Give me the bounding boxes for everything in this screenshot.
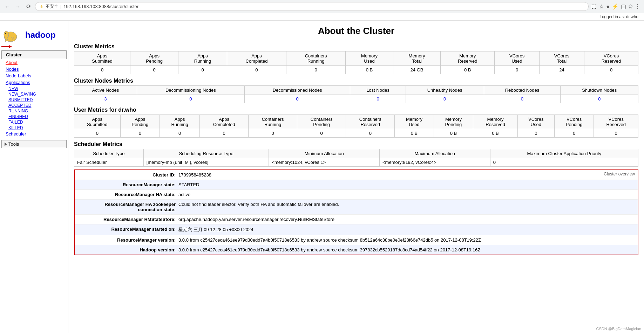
sidebar-item-new[interactable]: NEW [3,86,68,91]
sidebar-item-submitted[interactable]: SUBMITTED [3,97,68,103]
forward-button[interactable]: → [14,3,22,11]
hadoop-text: hadoop [25,30,56,40]
cluster-label: Cluster [6,52,22,57]
reload-button[interactable]: ⟳ [25,3,32,11]
scheduler-metrics-title: Scheduler Metrics [74,141,638,147]
sched-resource-type-val: [memory-mb (unit=Mi), vcores] [143,158,269,167]
vcores-reserved-val: 0 [584,66,638,74]
app-states-list: NEW NEW_SAVING SUBMITTED ACCEPTED RUNNIN… [0,86,68,131]
user-metrics-title: User Metrics for dr.who [74,107,638,113]
decommissioned-nodes-val: 0 [244,95,350,103]
sidebar-item-running[interactable]: RUNNING [3,108,68,114]
scheduler-metrics-table: Scheduler Type Scheduling Resource Type … [74,149,638,167]
um-memory-reserved: 0 B [473,129,517,138]
sidebar-item-applications[interactable]: Applications [0,79,68,86]
um-apps-submitted: 0 [74,129,121,138]
bookmark-icon[interactable]: ☆ [599,3,604,10]
col-vcores-reserved: VCoresReserved [584,51,638,66]
sched-max-alloc-val: <memory:8192, vCores:4> [380,158,490,167]
separator: | [60,4,61,9]
security-warning-icon: ⚠ [40,4,43,9]
um-apps-pending: 0 [120,129,160,138]
um-containers-running: 0 [249,129,297,138]
col-apps-completed: AppsCompleted [227,51,286,66]
overview-row-rm-version: ResourceManager version: 3.0.0 from c254… [75,235,638,245]
favorites-icon[interactable]: ✩ [628,3,633,10]
apps-completed-val: 0 [227,66,286,74]
col-apps-pending: AppsPending [130,51,178,66]
security-warning-text: 不安全 [46,4,58,9]
collections-icon[interactable]: ▢ [621,3,626,10]
um-col-vcores-used: VCoresUsed [517,115,554,129]
rm-state-store-value: org.apache.hadoop.yarn.server.resourcema… [178,217,632,222]
sched-col-max-priority: Maximum Cluster Application Priority [490,149,638,158]
col-apps-running: AppsRunning [178,51,227,66]
rm-version-value: 3.0.0 from c25427ceca461ee979d30edd7a4b0… [178,237,632,243]
rm-ha-zk-label: ResourceManager HA zookeeper connection … [80,202,178,212]
sidebar-item-scheduler[interactable]: Scheduler [0,131,68,137]
um-col-containers-reserved: ContainersReserved [346,115,395,129]
rm-started-value: 星期六 三月 09 12:28:05 +0800 2024 [178,227,632,233]
col-memory-reserved: MemoryReserved [441,51,495,66]
col-decommissioning-nodes: Decommissioning Nodes [137,86,244,95]
col-rebooted-nodes: Rebooted Nodes [484,86,561,95]
sched-max-priority-val: 0 [490,158,638,167]
tools-label: Tools [8,141,19,147]
sched-min-alloc-val: <memory:1024, vCores:1> [269,158,380,167]
vcores-total-val: 24 [540,66,584,74]
sidebar-tools[interactable]: Tools [1,140,67,148]
memory-used-val: 0 B [346,66,393,74]
cluster-metrics-row: 0 0 0 0 0 0 B 24 GB 0 B 0 24 0 [74,66,638,74]
cluster-metrics-table: AppsSubmitted AppsPending AppsRunning Ap… [74,51,638,74]
user-metrics-row: 0 0 0 0 0 0 0 0 B 0 B 0 B 0 0 0 [74,129,638,138]
red-arrow [1,44,67,49]
address-bar[interactable]: ⚠ 不安全 | 192.168.198.103:8088/cluster/clu… [35,2,589,11]
extension-icon[interactable]: ⚡ [612,3,619,10]
um-col-vcores-pending: VCoresPending [554,115,594,129]
triangle-icon [5,143,7,146]
um-col-containers-pending: ContainersPending [297,115,346,129]
decommissioning-nodes-val: 0 [137,95,244,103]
overview-row-cluster-id: Cluster ID: 1709958485238 [75,170,638,180]
svg-point-1 [4,31,9,38]
um-apps-completed: 0 [200,129,249,138]
rm-state-store-label: ResourceManager RMStateStore: [80,217,178,222]
sidebar-item-new-saving[interactable]: NEW_SAVING [3,91,68,97]
rm-started-label: ResourceManager started on: [80,227,178,233]
overview-row-rm-state: ResourceManager state: STARTED [75,180,638,190]
svg-marker-4 [9,45,12,48]
um-col-memory-used: MemoryUsed [395,115,434,129]
sidebar-item-failed[interactable]: FAILED [3,119,68,125]
rm-ha-state-label: ResourceManager HA state: [80,192,178,197]
sidebar-item-finished[interactable]: FINISHED [3,114,68,119]
col-apps-submitted: AppsSubmitted [74,51,130,66]
page-title: About the Cluster [74,21,638,40]
sidebar-item-accepted[interactable]: ACCEPTED [3,103,68,108]
browser-icons: 🕮 ☆ ● ⚡ ▢ ✩ ⋮ [591,3,640,10]
um-memory-pending: 0 B [434,129,473,138]
sidebar-item-nodelabels[interactable]: Node Labels [0,72,68,79]
cluster-overview-box: Cluster overview Cluster ID: 17099584852… [74,169,638,255]
rebooted-nodes-val: 0 [484,95,561,103]
col-vcores-used: VCoresUsed [495,51,540,66]
um-containers-reserved: 0 [346,129,395,138]
cluster-metrics-title: Cluster Metrics [74,43,638,50]
more-icon[interactable]: ⋮ [635,3,640,10]
overview-row-rm-started: ResourceManager started on: 星期六 三月 09 12… [75,224,638,235]
um-col-apps-completed: AppsCompleted [200,115,249,129]
overview-row-rm-ha-state: ResourceManager HA state: active [75,190,638,200]
cluster-nodes-table: Active Nodes Decommissioning Nodes Decom… [74,85,638,103]
sidebar-item-killed[interactable]: KILLED [3,125,68,131]
read-mode-icon[interactable]: 🕮 [591,3,597,10]
col-active-nodes: Active Nodes [74,86,137,95]
back-button[interactable]: ← [4,3,11,11]
apps-pending-val: 0 [130,66,178,74]
cluster-id-label: Cluster ID: [80,172,178,178]
cluster-nodes-title: Cluster Nodes Metrics [74,78,638,84]
col-memory-used: MemoryUsed [346,51,393,66]
profile-icon[interactable]: ● [606,3,610,10]
sidebar-item-about[interactable]: About [0,59,68,66]
um-col-apps-pending: AppsPending [120,115,160,129]
csdn-watermark: CSDN @BigDataMagician [596,327,641,331]
sidebar-item-nodes[interactable]: Nodes [0,66,68,72]
